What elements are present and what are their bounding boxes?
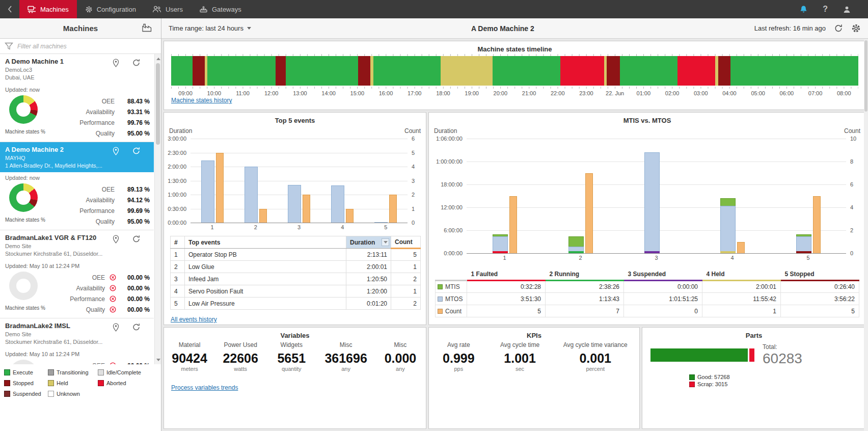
filter-input[interactable] [17,43,161,50]
mtis-mtos-stack [796,234,811,253]
series-value: 1 [702,305,781,317]
machine-metrics: OEE88.43 %Availability93.31 %Performance… [54,95,150,139]
timeline-state-segment [193,56,205,86]
location-pin-icon[interactable] [113,147,119,155]
count-bar [389,195,397,223]
timeline-state-segment [373,56,441,86]
item-value: 5651 [274,351,309,366]
nav-spacer [250,0,800,18]
configuration-icon [85,6,93,13]
main-scrollbar-thumb[interactable] [864,40,867,112]
metric-row: OEE00.00 % [54,272,150,283]
legend-label: Aborted [106,380,126,386]
refresh-icon[interactable] [132,59,141,67]
nav-tab-users[interactable]: Users [144,0,191,18]
scroll-down-arrow[interactable] [155,356,161,363]
help-icon[interactable]: ? [823,5,828,14]
notifications-bell-icon[interactable] [800,5,807,13]
machine-card-header[interactable]: A Demo Machine 1DemoLoc3Dubai, UAE [0,54,154,84]
series-value: 5 [781,305,859,317]
top-event-row: 2Low Glue2:00:011 [171,261,421,273]
legend-item: Stopped [4,380,48,386]
nav-tab-configuration[interactable]: Configuration [77,0,144,18]
sidebar-scrollbar[interactable] [154,54,161,364]
timeline-tick-label: 07:00 [801,90,829,96]
scroll-up-arrow[interactable] [155,55,161,62]
machine-card-header[interactable]: A Demo Machine 2MAYHQ1 Allen-Bradley Dr.… [0,142,154,172]
metric-label: OEE [102,98,115,105]
machine-card[interactable]: A Demo Machine 2MAYHQ1 Allen-Bradley Dr.… [0,142,154,230]
mtis-count-axis: 1086420 [846,139,865,253]
location-pin-icon[interactable] [113,235,119,244]
machine-card[interactable]: A Demo Machine 1DemoLoc3Dubai, UAEUpdate… [0,54,154,142]
machine-location-1: MAYHQ [5,154,113,162]
back-button[interactable] [0,0,19,18]
variables-panel: Variables Material90424metersPower Used2… [164,327,426,429]
machine-location-2: Stockumer Kirchstraße 61, Düsseldor... [5,338,113,346]
gateways-icon [199,6,208,13]
refresh-icon[interactable] [132,323,141,332]
timeline-title: Machine states timeline [171,41,858,53]
last-refresh-label: Last refresh: 16 min ago [754,24,826,32]
metric-label: OEE [92,362,105,365]
timeline-state-segment [620,56,677,86]
all-events-history-link[interactable]: All events history [171,316,217,323]
metric-value: 00.00 % [119,274,150,281]
mtis-mtos-panel: MTIS vs. MTOS Duration Count 1:06:00:001… [428,112,866,325]
location-pin-icon[interactable] [113,323,119,332]
machine-card-header[interactable]: BradmanLake1 VGR & FT120Demo SiteStockum… [0,230,154,260]
machine-metrics: OEE00.00 %Availability00.00 %Performance… [54,272,150,315]
item-label: Material [172,341,207,351]
series-value: 5 [467,305,546,317]
top5-events-panel: Top 5 events Duration Count 3:00:002:30:… [164,112,426,325]
axis-tick-label: 1:00:00 [168,192,186,198]
time-range-selector[interactable]: Time range: last 24 hours [169,24,251,32]
count-bar [509,196,517,254]
machine-card-header[interactable]: BradmanLake2 IMSLDemo SiteStockumer Kirc… [0,318,154,348]
scrollbar-thumb[interactable] [156,63,160,145]
metric-label: Quality [96,218,115,225]
bar-group [720,198,745,254]
timeline-ruler-bottom [171,87,858,89]
item-value: 0.000 [383,351,418,366]
sidebar-title: Machines [63,24,98,33]
nav-tab-machines[interactable]: Machines [19,0,77,18]
machine-card[interactable]: BradmanLake1 VGR & FT120Demo SiteStockum… [0,230,154,318]
refresh-button[interactable] [834,24,843,33]
metric-label: Performance [79,207,115,214]
bar-group [493,196,517,254]
timeline-tick-label: 06:00 [772,90,801,96]
timeline-tick-label: 01:00 [629,90,658,96]
metric-item: Avg rate0.999pps [441,341,476,372]
main-scrollbar[interactable] [864,39,868,431]
event-count: 2 [391,298,421,310]
sort-caret-icon [382,238,389,246]
nav-tab-gateways[interactable]: Gateways [191,0,250,18]
refresh-icon[interactable] [132,235,141,244]
nav-icons: ? [800,0,868,18]
scrap-bar-segment [749,348,754,362]
legend-label: Idle/Complete [106,369,141,375]
machine-states-history-link[interactable]: Machine states history [171,97,232,104]
refresh-icon[interactable] [132,147,141,155]
user-account-icon[interactable] [843,6,851,13]
good-swatch [689,374,695,380]
factory-icon[interactable] [142,23,153,34]
metric-row: Availability00.00 % [54,283,150,293]
duration-sort-header[interactable]: Duration [346,236,391,249]
machine-card[interactable]: BradmanLake2 IMSLDemo SiteStockumer Kirc… [0,318,154,364]
settings-gear-icon[interactable] [851,23,861,33]
state-color-strip [568,251,584,253]
metric-row: Performance00.00 % [54,293,150,304]
legend-swatch [4,391,10,397]
metric-label: Availability [86,197,115,204]
top-event-row: 1Operator Stop PB2:13:115 [171,249,421,261]
filter-funnel-icon[interactable] [0,42,17,50]
location-pin-icon[interactable] [113,59,119,67]
series-value: 0:00:00 [624,281,702,293]
card-icons [113,323,141,332]
card-icons [113,235,141,244]
state-column-header: 1 Faulted [467,268,546,281]
metric-label: Quality [86,306,105,313]
process-variables-trends-link[interactable]: Process variables trends [171,384,238,391]
